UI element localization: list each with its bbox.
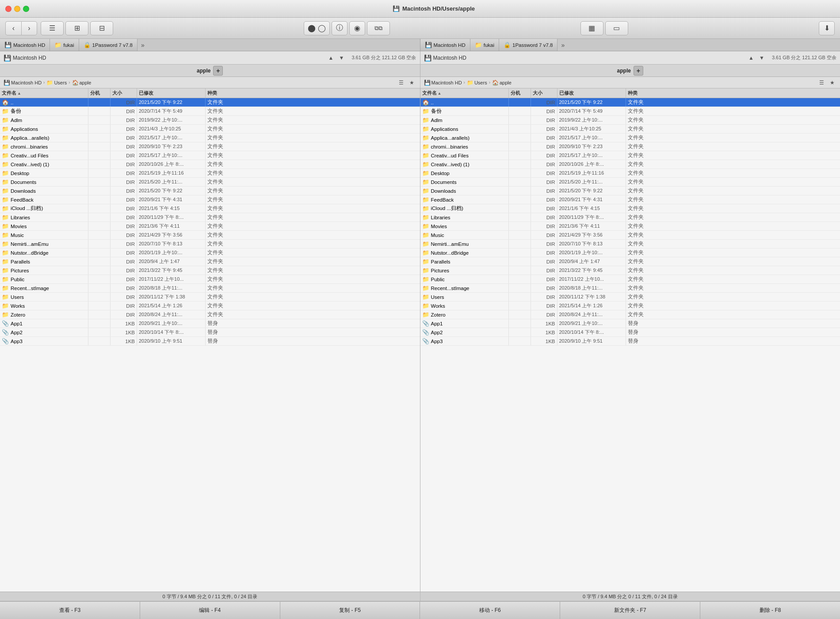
list-item[interactable]: 📁 Creativ...ud Files DIR 2021/5/17 上午10:… — [420, 151, 840, 160]
left-path-up[interactable]: ▲ — [326, 53, 336, 63]
list-item[interactable]: 📁 iCloud ...归档) DIR 2021/1/6 下午 4:15 文件夹 — [420, 204, 840, 213]
right-path-up[interactable]: ▲ — [746, 53, 756, 63]
list-item[interactable]: 📁 Desktop DIR 2021/5/19 上午11:16 文件夹 — [420, 169, 840, 178]
forward-button[interactable]: › — [21, 21, 37, 35]
eye-button[interactable]: ◉ — [349, 21, 365, 35]
list-item[interactable]: 📁 Public DIR 2017/11/22 上午10... 文件夹 — [0, 275, 420, 284]
right-bc-item-apple[interactable]: 🏠 apple — [492, 80, 512, 86]
list-item[interactable]: 📎 App2 1KB 2020/10/14 下午 8:... 替身 — [420, 328, 840, 337]
list-item[interactable]: 📁 Music DIR 2021/4/29 下午 3:56 文件夹 — [420, 231, 840, 240]
left-bc-star-btn[interactable]: ★ — [408, 78, 416, 87]
left-tab-fukai[interactable]: 📁 fukai — [50, 39, 79, 51]
list-item[interactable]: 📁 Documents DIR 2021/5/20 上午11:... 文件夹 — [420, 178, 840, 187]
view-list-button[interactable]: ☰ — [41, 21, 64, 35]
left-panel-add-btn[interactable]: + — [213, 66, 223, 76]
right-bc-item-hd[interactable]: 💾 Macintosh HD — [424, 80, 462, 86]
list-item[interactable]: 📁 Creativ...ived) (1) DIR 2020/10/26 上午 … — [420, 160, 840, 169]
left-path-down[interactable]: ▼ — [336, 53, 346, 63]
toggle-button[interactable]: ⬤ ◯ — [304, 21, 329, 35]
right-tabs-more[interactable]: » — [557, 39, 568, 51]
fn-btn-4[interactable]: 编辑 - F4 — [140, 602, 280, 619]
maximize-button[interactable] — [23, 6, 29, 12]
list-item[interactable]: 📁 Parallels DIR 2020/9/4 上午 1:47 文件夹 — [420, 257, 840, 266]
list-item[interactable]: 🏠 .. DIR 2021/5/20 下午 9:22 文件夹 — [420, 98, 840, 107]
left-col-size[interactable]: 大小 — [111, 88, 137, 98]
left-tab-1pw[interactable]: 🔒 1Password 7 v7.8 — [79, 39, 137, 51]
left-bc-item-hd[interactable]: 💾 Macintosh HD — [4, 80, 42, 86]
right-bc-star-btn[interactable]: ★ — [828, 78, 836, 87]
list-item[interactable]: 📁 Users DIR 2020/11/12 下午 1:38 文件夹 — [420, 293, 840, 302]
left-file-list[interactable]: 🏠 .. DIR 2021/5/20 下午 9:22 文件夹 📁 备份 DIR … — [0, 98, 420, 592]
left-tabs-more[interactable]: » — [137, 39, 148, 51]
left-tab-hd[interactable]: 💾 Macintosh HD — [0, 39, 50, 51]
left-col-modified[interactable]: 已修改 — [137, 88, 206, 98]
list-item[interactable]: 📁 Users DIR 2020/11/12 下午 1:38 文件夹 — [0, 293, 420, 302]
list-item[interactable]: 📁 Applica...arallels) DIR 2021/5/17 上午10… — [420, 134, 840, 142]
list-item[interactable]: 📁 Zotero DIR 2020/8/24 上午11:... 文件夹 — [420, 310, 840, 319]
list-item[interactable]: 📎 App2 1KB 2020/10/14 下午 8:... 替身 — [0, 328, 420, 337]
list-item[interactable]: 📁 Movies DIR 2021/3/6 下午 4:11 文件夹 — [0, 222, 420, 231]
right-path-down[interactable]: ▼ — [757, 53, 767, 63]
binocular-button[interactable]: ⧉⧉ — [367, 21, 390, 35]
close-button[interactable] — [5, 6, 11, 12]
list-item[interactable]: 📁 Zotero DIR 2020/8/24 上午11:... 文件夹 — [0, 310, 420, 319]
list-item[interactable]: 📁 Applications DIR 2021/4/3 上午10:25 文件夹 — [0, 125, 420, 134]
right-bc-item-users[interactable]: 📁 Users — [467, 80, 487, 86]
fn-btn-5[interactable]: 复制 - F5 — [280, 602, 420, 619]
list-item[interactable]: 📁 Nemirti...amEmu DIR 2020/7/10 下午 8:13 … — [420, 240, 840, 248]
list-item[interactable]: 📁 Applications DIR 2021/4/3 上午10:25 文件夹 — [420, 125, 840, 134]
list-item[interactable]: 📎 App1 1KB 2020/9/21 上午10:... 替身 — [420, 319, 840, 328]
list-item[interactable]: 📁 Nutstor...dBridge DIR 2020/1/19 上午10:.… — [0, 248, 420, 257]
fn-btn-3[interactable]: 查看 - F3 — [0, 602, 140, 619]
list-item[interactable]: 📁 Creativ...ived) (1) DIR 2020/10/26 上午 … — [0, 160, 420, 169]
list-item[interactable]: 📁 FeedBack DIR 2020/9/21 下午 4:31 文件夹 — [0, 195, 420, 204]
list-item[interactable]: 📁 chromi...binaries DIR 2020/9/10 下午 2:2… — [0, 142, 420, 151]
minimize-button[interactable] — [14, 6, 20, 12]
list-item[interactable]: 📁 Pictures DIR 2021/3/22 下午 9:45 文件夹 — [420, 266, 840, 275]
list-item[interactable]: 📁 Downloads DIR 2021/5/20 下午 9:22 文件夹 — [420, 187, 840, 195]
left-col-type[interactable]: 种类 — [206, 88, 232, 98]
right-tab-hd[interactable]: 💾 Macintosh HD — [420, 39, 470, 51]
right-col-partition[interactable]: 分机 — [509, 88, 531, 98]
back-button[interactable]: ‹ — [5, 21, 21, 35]
list-item[interactable]: 📎 App3 1KB 2020/9/10 上午 9:51 替身 — [0, 337, 420, 346]
list-item[interactable]: 📁 Nemirti...amEmu DIR 2020/7/10 下午 8:13 … — [0, 240, 420, 248]
list-item[interactable]: 📁 Music DIR 2021/4/29 下午 3:56 文件夹 — [0, 231, 420, 240]
list-item[interactable]: 📁 Parallels DIR 2020/9/4 上午 1:47 文件夹 — [0, 257, 420, 266]
left-col-name[interactable]: 文件名 ▲ — [0, 88, 88, 98]
left-bc-item-apple[interactable]: 🏠 apple — [72, 80, 92, 86]
list-item[interactable]: 📁 Applica...arallels) DIR 2021/5/17 上午10… — [0, 134, 420, 142]
fn-btn-7[interactable]: 新文件夹 - F7 — [560, 602, 700, 619]
list-item[interactable]: 🏠 .. DIR 2021/5/20 下午 9:22 文件夹 — [0, 98, 420, 107]
view-grid-button[interactable]: ⊟ — [90, 21, 113, 35]
left-bc-menu-btn[interactable]: ☰ — [397, 78, 406, 87]
list-item[interactable]: 📁 Downloads DIR 2021/5/20 下午 9:22 文件夹 — [0, 187, 420, 195]
right-col-type[interactable]: 种类 — [626, 88, 653, 98]
list-item[interactable]: 📁 FeedBack DIR 2020/9/21 下午 4:31 文件夹 — [420, 195, 840, 204]
list-item[interactable]: 📁 Movies DIR 2021/3/6 下午 4:11 文件夹 — [420, 222, 840, 231]
list-item[interactable]: 📁 Desktop DIR 2021/5/19 上午11:16 文件夹 — [0, 169, 420, 178]
right-col-name[interactable]: 文件名 ▲ — [420, 88, 509, 98]
list-item[interactable]: 📁 Recent...stImage DIR 2020/8/18 上午11:..… — [0, 284, 420, 293]
list-item[interactable]: 📁 Adlm DIR 2019/9/22 上午10:... 文件夹 — [0, 116, 420, 125]
right-tab-fukai[interactable]: 📁 fukai — [470, 39, 499, 51]
monitor-button[interactable]: ▭ — [605, 21, 628, 35]
list-item[interactable]: 📁 Libraries DIR 2020/11/29 下午 8:... 文件夹 — [420, 213, 840, 222]
right-bc-menu-btn[interactable]: ☰ — [817, 78, 826, 87]
right-file-list[interactable]: 🏠 .. DIR 2021/5/20 下午 9:22 文件夹 📁 备份 DIR … — [420, 98, 840, 592]
list-item[interactable]: 📁 Nutstor...dBridge DIR 2020/1/19 上午10:.… — [420, 248, 840, 257]
left-bc-item-users[interactable]: 📁 Users — [46, 80, 67, 86]
list-item[interactable]: 📁 备份 DIR 2020/7/14 下午 5:49 文件夹 — [420, 107, 840, 116]
right-col-modified[interactable]: 已修改 — [557, 88, 626, 98]
list-item[interactable]: 📁 Works DIR 2021/5/14 上午 1:26 文件夹 — [420, 302, 840, 310]
list-item[interactable]: 📎 App3 1KB 2020/9/10 上午 9:51 替身 — [420, 337, 840, 346]
info-button[interactable]: ⓘ — [332, 21, 347, 35]
list-item[interactable]: 📁 chromi...binaries DIR 2020/9/10 下午 2:2… — [420, 142, 840, 151]
list-item[interactable]: 📁 Libraries DIR 2020/11/29 下午 8:... 文件夹 — [0, 213, 420, 222]
right-panel-add-btn[interactable]: + — [634, 66, 643, 76]
fn-btn-8[interactable]: 删除 - F8 — [700, 602, 840, 619]
left-col-partition[interactable]: 分机 — [88, 88, 111, 98]
list-item[interactable]: 📎 App1 1KB 2020/9/21 上午10:... 替身 — [0, 319, 420, 328]
fn-btn-6[interactable]: 移动 - F6 — [420, 602, 560, 619]
list-item[interactable]: 📁 iCloud ...归档) DIR 2021/1/6 下午 4:15 文件夹 — [0, 204, 420, 213]
